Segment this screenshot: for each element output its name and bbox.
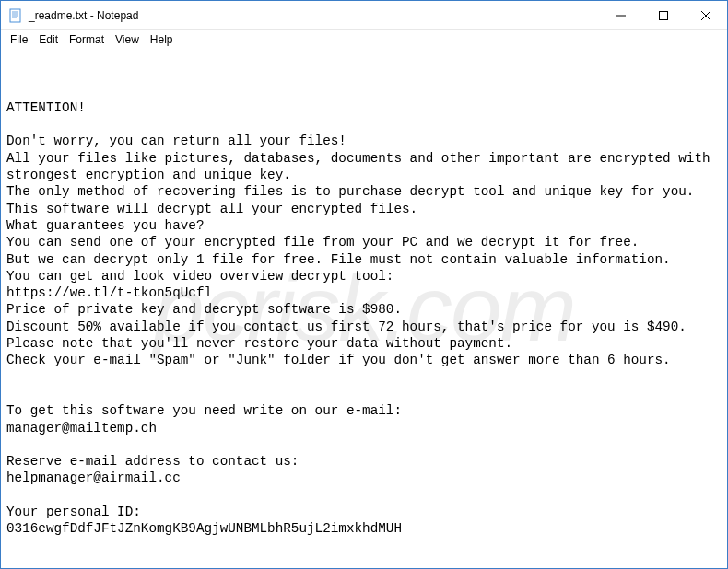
document-text: ATTENTION! Don't worry, you can return a… [6,99,722,538]
window-controls [600,1,727,29]
menu-view[interactable]: View [110,32,145,47]
menubar: File Edit Format View Help [1,30,727,49]
notepad-icon [8,8,23,23]
minimize-button[interactable] [600,1,642,29]
menu-file[interactable]: File [5,32,33,47]
menu-edit[interactable]: Edit [33,32,64,47]
text-area[interactable]: pcrisk.com ATTENTION! Don't worry, you c… [1,49,727,568]
window-title: _readme.txt - Notepad [29,9,600,22]
menu-help[interactable]: Help [145,32,179,47]
svg-rect-6 [660,11,668,19]
maximize-button[interactable] [642,1,685,29]
notepad-window: _readme.txt - Notepad File Edit Format V… [0,0,728,569]
titlebar: _readme.txt - Notepad [1,1,727,30]
menu-format[interactable]: Format [64,32,110,47]
close-button[interactable] [685,1,727,29]
